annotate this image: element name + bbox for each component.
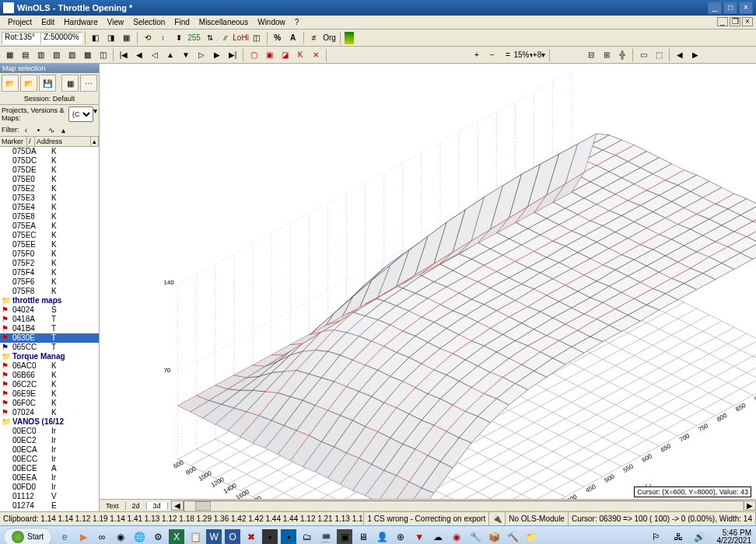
map-row[interactable]: 075E3K <box>0 194 99 203</box>
hdr-sort[interactable]: ▴ <box>91 137 99 146</box>
map-row[interactable]: 00EC0Ir <box>0 427 99 436</box>
tab-2d[interactable]: 2d <box>126 502 147 510</box>
taskbar-app4-icon[interactable]: 📋 <box>187 529 203 545</box>
map-row[interactable]: 075E4K <box>0 203 99 212</box>
op-minus[interactable]: − <box>485 48 499 62</box>
op-plus[interactable]: + <box>470 48 484 62</box>
hdr-marker[interactable]: Marker <box>0 137 27 146</box>
color-swatch[interactable] <box>344 31 355 45</box>
map-row[interactable]: ⚑06B66K <box>0 371 99 380</box>
filter-btn-3[interactable]: ∿ <box>47 125 56 134</box>
graph-area[interactable]: 7014060080010001200140016001800200025003… <box>100 64 756 511</box>
op-plus8[interactable]: +8▾ <box>532 48 546 62</box>
taskbar-app3-icon[interactable]: ⚙ <box>150 529 166 545</box>
taskbar-app6-icon[interactable]: ▪ <box>262 529 278 545</box>
tray-flag-icon[interactable]: 🏳 <box>649 529 664 545</box>
org-button[interactable]: Org <box>323 31 337 45</box>
hdr-slash[interactable]: / <box>27 137 35 146</box>
map-row[interactable]: 075F4K <box>0 268 99 277</box>
taskbar-app10-icon[interactable]: ▣ <box>337 529 352 545</box>
map-row[interactable]: ⚑07024K <box>0 408 99 417</box>
taskbar-ie-icon[interactable]: e <box>57 529 72 545</box>
hdr-address[interactable]: Address <box>35 137 91 146</box>
tool-btn-b1[interactable]: ⟲ <box>141 31 155 45</box>
taskbar-app17-icon[interactable]: 🔧 <box>467 529 483 545</box>
taskbar-app19-icon[interactable]: 🔨 <box>505 529 520 545</box>
hscroll-right[interactable]: ▶ <box>744 500 756 511</box>
tool-btn-b2[interactable]: ↕ <box>156 31 170 45</box>
map-row[interactable]: 00ECEA <box>0 464 99 473</box>
map-row[interactable]: 📁VANOS (16/12 <box>0 417 99 427</box>
mdi-minimize-button[interactable]: _ <box>717 17 728 26</box>
map-row[interactable]: 075F2K <box>0 259 99 268</box>
win-btn-a[interactable]: ▭ <box>636 48 650 62</box>
taskbar-app8-icon[interactable]: 🗂 <box>299 529 315 545</box>
map-row[interactable]: 00ECAIr <box>0 445 99 455</box>
tool-btn-a2[interactable]: ◨ <box>104 31 118 45</box>
filter-btn-2[interactable]: • <box>34 125 44 134</box>
map-row[interactable]: 00ECCIr <box>0 455 99 464</box>
minimize-button[interactable]: _ <box>708 2 722 14</box>
projects-expand-icon[interactable]: ▾ <box>93 106 97 122</box>
abs-button[interactable]: A <box>286 31 300 45</box>
nav-last[interactable]: ▶| <box>226 48 240 62</box>
sel-btn-1[interactable]: ▢ <box>247 48 261 62</box>
map-row[interactable]: 075EEK <box>0 240 99 249</box>
op-cross[interactable]: ╬ <box>615 48 629 62</box>
tool-btn-b6[interactable]: ⫽ <box>219 31 233 45</box>
map-row[interactable]: 00FD0Ir <box>0 483 99 492</box>
map-row[interactable]: ⚑04024S <box>0 305 99 315</box>
nav-prev[interactable]: ◀ <box>132 48 146 62</box>
taskbar-app13-icon[interactable]: ⊕ <box>393 529 408 545</box>
zoom-field[interactable]: Z:50000% <box>40 32 82 44</box>
tool-btn-a3[interactable]: ▦ <box>120 31 134 45</box>
map-row[interactable]: 📁Torque Manag <box>0 352 99 361</box>
maximize-button[interactable]: □ <box>723 2 737 14</box>
horizontal-scrollbar[interactable] <box>184 500 744 511</box>
taskbar-app5-icon[interactable]: ✖ <box>243 529 259 545</box>
taskbar-app20-icon[interactable]: 📁 <box>523 529 539 545</box>
menu-hardware[interactable]: Hardware <box>59 18 102 26</box>
op-vline[interactable]: ⊞ <box>600 48 614 62</box>
grid-btn-5[interactable]: ▧ <box>65 48 79 62</box>
menu-selection[interactable]: Selection <box>128 18 170 26</box>
pct-button[interactable]: % <box>271 31 285 45</box>
grid-btn-6[interactable]: ▩ <box>80 48 94 62</box>
map-row[interactable]: ⚑041B4T <box>0 324 99 333</box>
map-row[interactable]: 075ECK <box>0 231 99 240</box>
nav-next2[interactable]: ▷ <box>194 48 208 62</box>
map-row[interactable]: 00EC2Ir <box>0 436 99 445</box>
map-row[interactable]: 075F0K <box>0 249 99 259</box>
rotation-field[interactable]: Rot:135° <box>2 32 40 44</box>
tool-btn-b5[interactable]: ⇅ <box>203 31 217 45</box>
filter-btn-1[interactable]: ‹ <box>22 125 31 134</box>
map-row[interactable]: 01112V <box>0 492 99 501</box>
grid-btn-7[interactable]: ◫ <box>96 48 110 62</box>
map-row[interactable]: 075F8K <box>0 287 99 296</box>
op-set[interactable]: = <box>501 48 515 62</box>
map-row[interactable]: ⚑0418AT <box>0 315 99 324</box>
tool-btn-b7[interactable]: LoHi <box>234 31 248 45</box>
save-icon[interactable]: 💾 <box>39 75 56 92</box>
mdi-restore-button[interactable]: ❐ <box>730 17 740 26</box>
taskbar-app14-icon[interactable]: ▼ <box>411 529 427 545</box>
map-row[interactable]: 01274E <box>0 501 99 511</box>
surface-3d-chart[interactable]: 7014060080010001200140016001800200025003… <box>100 64 756 511</box>
taskbar-app12-icon[interactable]: 👤 <box>374 529 390 545</box>
taskbar-app2-icon[interactable]: 🌐 <box>131 529 147 545</box>
pager-next[interactable]: ▶ <box>688 48 702 62</box>
taskbar-chrome-icon[interactable]: ◉ <box>113 529 128 545</box>
open-icon[interactable]: 📂 <box>2 75 19 92</box>
nav-first[interactable]: |◀ <box>117 48 131 62</box>
map-row[interactable]: 075DEK <box>0 166 99 175</box>
taskbar-app11-icon[interactable]: 🖥 <box>355 529 371 545</box>
start-button[interactable]: Start <box>3 528 52 545</box>
map-row[interactable]: 📁throttle maps <box>0 296 99 305</box>
menu-window[interactable]: Window <box>253 18 290 26</box>
op-dropdown[interactable]: 15%▾ <box>516 48 530 62</box>
tool-btn-b3[interactable]: ⬍ <box>172 31 186 45</box>
menu-project[interactable]: Project <box>3 18 37 26</box>
grid-btn-3[interactable]: ▥ <box>33 48 47 62</box>
menu-view[interactable]: View <box>103 18 129 26</box>
hscroll-left[interactable]: ◀ <box>171 500 184 511</box>
